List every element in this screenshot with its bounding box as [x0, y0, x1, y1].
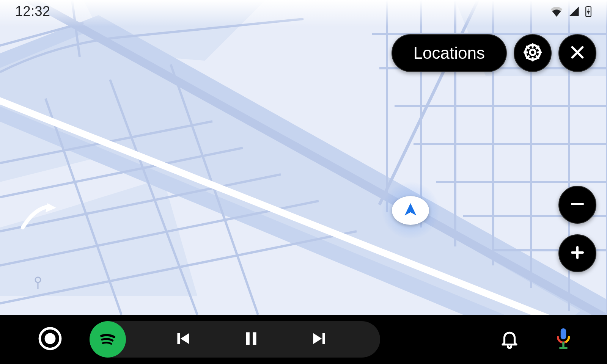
app-launcher-button[interactable] — [38, 326, 62, 352]
svg-marker-37 — [587, 8, 590, 16]
top-controls: Locations — [392, 34, 596, 72]
media-control-bar — [90, 321, 380, 358]
pause-icon — [242, 329, 261, 350]
cellular-icon — [568, 6, 580, 17]
locations-button[interactable]: Locations — [392, 34, 507, 72]
zoom-in-button[interactable] — [558, 234, 596, 272]
settings-button[interactable] — [514, 34, 552, 72]
status-icons — [550, 6, 592, 17]
zoom-controls — [558, 186, 596, 272]
minus-icon — [568, 195, 587, 215]
svg-point-46 — [45, 333, 56, 344]
svg-rect-36 — [587, 6, 589, 7]
svg-rect-51 — [253, 332, 256, 345]
svg-rect-48 — [177, 333, 180, 344]
notifications-button[interactable] — [499, 328, 520, 350]
media-app-button[interactable] — [90, 321, 126, 358]
svg-rect-50 — [246, 332, 249, 345]
bell-icon — [499, 344, 520, 350]
battery-charging-icon — [585, 6, 592, 17]
system-nav-bar — [0, 315, 607, 364]
plus-icon — [568, 243, 587, 263]
play-pause-button[interactable] — [217, 329, 285, 350]
zoom-out-button[interactable] — [558, 186, 596, 224]
navigation-arrow-icon — [402, 201, 419, 220]
wifi-icon — [550, 6, 563, 17]
skip-previous-icon — [173, 329, 192, 350]
svg-marker-52 — [313, 333, 322, 344]
skip-next-icon — [310, 329, 329, 350]
launcher-icon — [38, 345, 62, 352]
svg-rect-53 — [322, 333, 325, 344]
gear-icon — [522, 42, 543, 64]
clock: 12:32 — [15, 3, 50, 19]
close-icon — [569, 44, 586, 63]
current-location-marker — [382, 182, 439, 239]
locations-label: Locations — [414, 44, 485, 63]
svg-point-38 — [530, 50, 535, 55]
voice-assistant-button[interactable] — [554, 328, 573, 351]
close-button[interactable] — [558, 34, 596, 72]
status-bar: 12:32 — [0, 0, 607, 23]
next-track-button[interactable] — [285, 329, 354, 350]
previous-track-button[interactable] — [149, 329, 217, 350]
svg-rect-54 — [561, 328, 566, 339]
assistant-mic-icon — [554, 344, 573, 351]
spotify-icon — [96, 327, 120, 352]
svg-marker-49 — [181, 333, 189, 344]
